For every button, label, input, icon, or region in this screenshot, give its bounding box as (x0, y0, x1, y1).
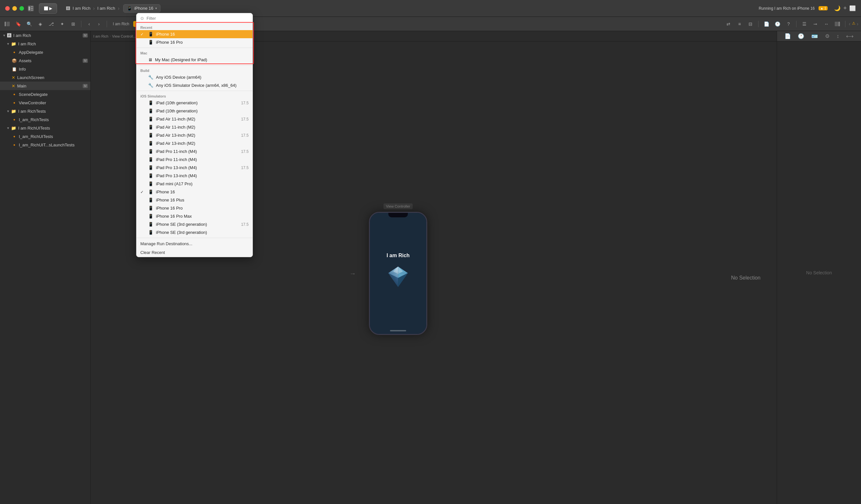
sidebar-item-project[interactable]: ▼ 🅰 I am Rich M (0, 31, 91, 40)
split-view-icon[interactable]: ⊟ (746, 19, 755, 28)
filter-icon[interactable]: ◈ (36, 19, 45, 28)
sidebar-item-folder-tests[interactable]: ▼ 📁 I am RichTests (0, 107, 91, 115)
dropdown-iphone16-sim[interactable]: ✓ 📱 iPhone 16 (136, 188, 252, 196)
dropdown-ipadair-11-m2-2[interactable]: 📱 iPad Air 11-inch (M2) (136, 123, 252, 131)
inspector-quick-help-icon[interactable]: 🕐 (798, 33, 804, 39)
inspector-connections-icon[interactable]: ⟷ (846, 33, 853, 39)
hide-sidebar-icon[interactable] (3, 19, 12, 28)
tab-i-am-rich[interactable]: I am Rich (110, 21, 132, 27)
dropdown-item-any-ios[interactable]: 🔧 Any iOS Device (arm64) (136, 73, 252, 81)
sidebar-item-uitests-file[interactable]: 🔸 I_am_RichUITests (0, 132, 91, 141)
hide-inspector-icon[interactable] (833, 19, 842, 28)
filter-input[interactable] (147, 16, 249, 21)
inspector-identity-icon[interactable]: 🪪 (811, 33, 818, 39)
dropdown-ipadair-11-m2-1[interactable]: 📱 iPad Air 11-inch (M2) 17.5 (136, 115, 252, 123)
next-issue-button[interactable]: › (857, 21, 858, 27)
grid-view-icon[interactable]: ≡ (735, 19, 744, 28)
dropdown-item-iphone16-recent[interactable]: ✓ 📱 iPhone 16 (136, 30, 252, 38)
dropdown-ipadmini-a17[interactable]: 📱 iPad mini (A17 Pro) (136, 180, 252, 188)
new-file-icon[interactable]: 📄 (762, 19, 771, 28)
editor-tab-viewcontroller[interactable]: View Controll... (112, 34, 136, 38)
manage-run-destinations-action[interactable]: Manage Run Destinations... (136, 239, 252, 248)
main-content: ▼ 🅰 I am Rich M ▼ 📁 I am Rich 🔸 AppDeleg… (0, 31, 861, 504)
launch-tests-label: I_am_RichUIT...sLaunchTests (19, 142, 74, 148)
info-label: Info (19, 67, 26, 72)
sidebar-item-launchscreen[interactable]: ✕ LaunchScreen (0, 73, 91, 82)
search-icon[interactable]: 🔍 (25, 19, 34, 28)
dropdown-iphone16promax[interactable]: 📱 iPhone 16 Pro Max (136, 212, 252, 220)
list-icon[interactable]: ☰ (800, 19, 809, 28)
uitests-folder-label: I am RichUITests (18, 126, 50, 130)
sidebar-toggle-button[interactable] (28, 5, 34, 11)
warning-badge[interactable]: ▲ 1 (819, 6, 828, 10)
phone-app-title: I am Rich (386, 253, 409, 258)
git-icon[interactable]: ⎇ (47, 19, 56, 28)
dropdown-iphonese-1[interactable]: 📱 iPhone SE (3rd generation) 17.5 (136, 220, 252, 228)
dropdown-ipadpro-11-m4-1[interactable]: 📱 iPad Pro 11-inch (M4) 17.5 (136, 148, 252, 155)
folder-main-label: I am Rich (18, 41, 36, 46)
ipad-icon-6: 📱 (148, 141, 153, 146)
dropdown-item-mymac[interactable]: 🖥 My Mac (Designed for iPad) (136, 56, 252, 64)
align-icon[interactable]: ⊸ (811, 19, 820, 28)
sidebar-item-folder-uitests[interactable]: ▼ 📁 I am RichUITests (0, 124, 91, 132)
help-icon[interactable]: ? (784, 19, 793, 28)
mac-section: Mac 🖥 My Mac (Designed for iPad) (136, 49, 252, 64)
sidebar-item-folder-main[interactable]: ▼ 📁 I am Rich (0, 40, 91, 48)
nav-forward-button[interactable]: › (94, 19, 104, 28)
traffic-lights (5, 6, 24, 11)
bookmark-icon[interactable]: 🔖 (14, 19, 23, 28)
dropdown-ipadpro-11-m4-2[interactable]: 📱 iPad Pro 11-inch (M4) (136, 155, 252, 164)
arrow-icon: ▼ (3, 34, 6, 37)
dropdown-ipadpro-13-m4-2[interactable]: 📱 iPad Pro 13-inch (M4) (136, 172, 252, 180)
dropdown-iphonese-2[interactable]: 📱 iPhone SE (3rd generation) (136, 228, 252, 236)
dropdown-iphone16pro-sim[interactable]: 📱 iPhone 16 Pro (136, 204, 252, 212)
dropdown-item-iphone16pro-recent[interactable]: 📱 iPhone 16 Pro (136, 38, 252, 46)
breadcrumb-area: 🅰 I am Rich › I am Rich › (66, 5, 119, 11)
editor-tab-iamrich[interactable]: I am Rich (93, 34, 108, 38)
add-button[interactable]: + (843, 5, 847, 12)
mac-header: Mac (136, 49, 252, 56)
ruler-icon[interactable]: ↔ (822, 19, 831, 28)
clear-recent-action[interactable]: Clear Recent (136, 248, 252, 257)
minimize-button[interactable] (12, 6, 17, 11)
dropdown-ipadair-13-m2-1[interactable]: 📱 iPad Air 13-inch (M2) 17.5 (136, 131, 252, 139)
dropdown-item-any-simulator[interactable]: 🔧 Any iOS Simulator Device (arm64, x86_6… (136, 81, 252, 89)
sidebar-item-main[interactable]: ✕ Main M (0, 82, 91, 90)
main-label: Main (17, 84, 26, 88)
ios-simulators-header: iOS Simulators (136, 92, 252, 99)
sidebar-item-tests-file[interactable]: 🔸 I_am_RichTests (0, 115, 91, 124)
clock-icon[interactable]: 🕐 (773, 19, 782, 28)
maximize-button[interactable] (19, 6, 24, 11)
dropdown-ipad-10-2[interactable]: 📱 iPad (10th generation) (136, 107, 252, 115)
nav-back-button[interactable]: ‹ (85, 19, 94, 28)
run-stop-button[interactable]: ▶ (39, 3, 57, 14)
layout-icon[interactable]: ⇄ (724, 19, 733, 28)
iphone-icon-pro-recent: 📱 (148, 40, 153, 45)
dropdown-ipadpro-13-m4-1[interactable]: 📱 iPad Pro 13-inch (M4) 17.5 (136, 164, 252, 172)
dropdown-ipadair-13-m2-2[interactable]: 📱 iPad Air 13-inch (M2) (136, 139, 252, 148)
iphone16pro-icon: 📱 (148, 206, 153, 211)
sidebar-item-launch-tests[interactable]: 🔸 I_am_RichUIT...sLaunchTests (0, 141, 91, 149)
sidebar: ▼ 🅰 I am Rich M ▼ 📁 I am Rich 🔸 AppDeleg… (0, 31, 91, 504)
symbol-icon[interactable]: ✦ (58, 19, 67, 28)
warning-icon[interactable]: ⚠ (852, 21, 856, 27)
project-breadcrumb[interactable]: I am Rich (73, 6, 91, 11)
sidebar-item-info[interactable]: 📋 Info (0, 65, 91, 73)
filter-search-icon: ⊙ (140, 16, 144, 21)
sidebar-item-appdelegate[interactable]: 🔸 AppDelegate (0, 48, 91, 56)
device-selector[interactable]: 📱 iPhone 16 ▾ (123, 4, 161, 13)
close-button[interactable] (5, 6, 10, 11)
sidebar-item-viewcontroller[interactable]: 🔸 ViewController (0, 98, 91, 107)
sidebar-item-scenedelegate[interactable]: 🔸 SceneDelegate (0, 90, 91, 98)
night-mode-icon[interactable]: 🌙 (834, 5, 840, 11)
inspector-size-icon[interactable]: ↕ (836, 33, 839, 39)
window-icon[interactable]: ⬜ (849, 5, 856, 11)
inspector-file-icon[interactable]: 📄 (784, 33, 791, 39)
prev-issue-button[interactable]: ‹ (849, 21, 850, 27)
tests-file-label: I_am_RichTests (19, 117, 49, 122)
inspector-attributes-icon[interactable]: ⚙ (825, 33, 830, 39)
sidebar-item-assets[interactable]: 📦 Assets M (0, 56, 91, 65)
hierarchy-icon[interactable]: ⊞ (69, 19, 78, 28)
dropdown-iphone16plus[interactable]: 📱 iPhone 16 Plus (136, 196, 252, 204)
dropdown-ipad-10-1[interactable]: 📱 iPad (10th generation) 17.5 (136, 99, 252, 107)
